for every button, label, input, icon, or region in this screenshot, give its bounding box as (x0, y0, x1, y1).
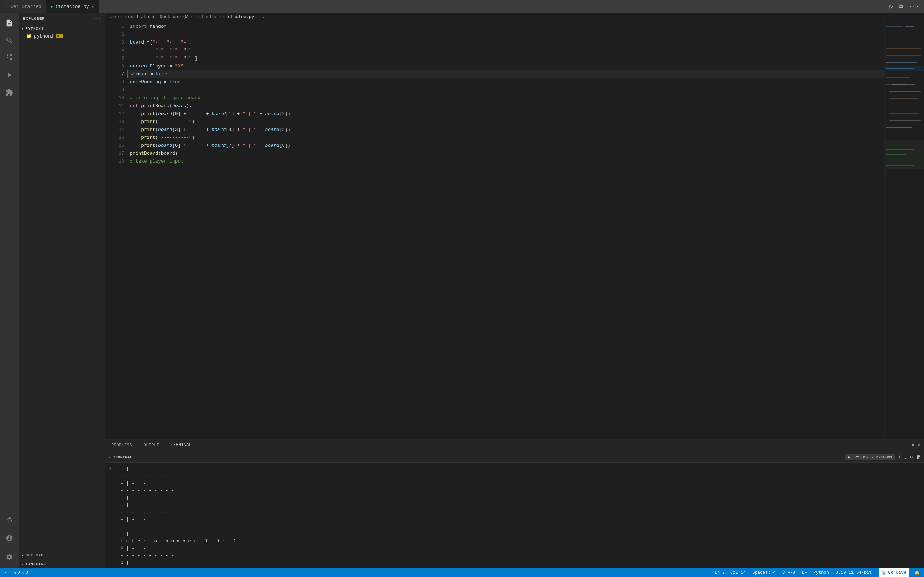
gutter-13: 13 (108, 118, 124, 126)
terminal-content[interactable]: - | - | - - - - - - - - - - - - | - | - … (116, 463, 924, 568)
files-icon (5, 19, 13, 27)
chevron-down-icon: ▾ (22, 27, 24, 31)
tab-close-tictactoe[interactable]: ✕ (91, 3, 94, 10)
run-button[interactable]: ▷ (888, 2, 895, 11)
breadcrumb-qa[interactable]: QA (183, 15, 188, 19)
sidebar-more-button[interactable]: ··· (93, 16, 101, 21)
panel-sidebar-icon: ⊞ (105, 463, 116, 568)
status-notifications[interactable]: 🔔 (913, 570, 921, 575)
go-live-icon: 📡 (881, 570, 887, 575)
terminal-dropdown-button[interactable]: ⌄ (904, 454, 907, 460)
sidebar-section-header-python1[interactable]: ▾ PYTHON1 (19, 25, 105, 32)
sidebar-item-label-python1: python1 (34, 34, 54, 39)
tab-output[interactable]: OUTPUT (138, 439, 165, 452)
terminal-name-badge: ▶ PYTHON - PYTHON1 (845, 454, 895, 460)
code-line-17: printBoard(board) (127, 150, 884, 158)
status-right: Ln 7, Col 14 Spaces: 4 UTF-8 LF Python 3… (713, 568, 921, 577)
editor-content[interactable]: import random board =["-", "-", "-", "-"… (127, 21, 884, 438)
activity-source-control[interactable] (1, 49, 18, 66)
editor-gutter: 1 2 3 4 5 6 7 8 9 10 11 12 13 14 15 16 1… (105, 21, 127, 438)
breadcrumb-csillatoth[interactable]: csillatoth (128, 15, 154, 19)
more-actions-button[interactable]: ··· (907, 2, 921, 11)
status-language[interactable]: Python (812, 570, 830, 575)
go-live-button[interactable]: 📡 Go Live (879, 568, 909, 577)
tab-label-output: OUTPUT (144, 443, 159, 448)
gutter-9: 9 (108, 86, 124, 94)
status-remote[interactable]: ⚡ (3, 570, 8, 575)
status-version[interactable]: 3.10.11 64-bit (834, 570, 874, 575)
terminal-add-button[interactable]: + (898, 455, 901, 460)
gutter-10: 10 (108, 94, 124, 102)
terminal-line-13: - - - - - - - - - - (121, 552, 920, 559)
content-area: Users › csillatoth › Desktop › QA › tict… (105, 13, 924, 568)
gutter-6: 6 (108, 62, 124, 70)
panel-maximize-button[interactable]: ∧ (911, 442, 914, 448)
code-line-10: # printing the game board (127, 94, 884, 102)
split-editor-button[interactable]: ⧉ (897, 2, 904, 11)
sidebar-section-header-outline[interactable]: ▸ OUTLINE (19, 552, 105, 559)
activity-settings[interactable] (1, 548, 18, 566)
tab-problems[interactable]: PROBLEMS (105, 439, 138, 452)
folder-icon: 📁 (26, 33, 32, 39)
status-line-ending[interactable]: LF (800, 570, 808, 575)
main-layout: ⚗ Explorer ··· ▾ PYTHON1 📁 (0, 13, 924, 568)
terminal-header-label: TERMINAL (113, 455, 132, 459)
search-icon (5, 36, 13, 44)
terminal-line-14: 0 | - | - (121, 559, 920, 567)
tab-tictactoe[interactable]: ● tictactoe.py ✕ (46, 0, 99, 13)
gutter-11: 11 (108, 102, 124, 110)
position-text: Ln 7, Col 14 (715, 570, 746, 575)
activity-run[interactable] (1, 66, 18, 84)
terminal-line-8: - | - | - (121, 516, 920, 523)
language-text: Python (814, 570, 829, 575)
terminal-line-7: - - - - - - - - - - (121, 509, 920, 516)
status-position[interactable]: Ln 7, Col 14 (713, 570, 747, 575)
bell-icon: 🔔 (914, 570, 920, 575)
cd-badge: cd (56, 34, 63, 38)
breadcrumb-tictactoe-folder[interactable]: tictactoe (194, 15, 218, 19)
activity-search[interactable] (1, 32, 18, 49)
vscode-icon: ⬡ (4, 3, 8, 10)
gutter-15: 15 (108, 134, 124, 142)
activity-extensions[interactable] (1, 84, 18, 101)
warning-count: 0 (26, 570, 28, 575)
panel: PROBLEMS OUTPUT TERMINAL ∧ ✕ ▸ TERMINAL (105, 438, 924, 568)
line-ending-text: LF (802, 570, 807, 575)
code-line-18: # take player input (127, 158, 884, 166)
status-encoding[interactable]: UTF-8 (781, 570, 796, 575)
code-line-1: import random (127, 23, 884, 31)
activity-explorer[interactable] (1, 15, 18, 32)
breadcrumb-ellipsis[interactable]: ... (260, 15, 267, 19)
terminal-line-5: - | - | - (121, 495, 920, 501)
panel-close-button[interactable]: ✕ (918, 442, 921, 448)
status-spaces[interactable]: Spaces: 4 (751, 570, 777, 575)
code-line-16: print(board[6] + " | " + board[7] + " | … (127, 142, 884, 150)
sidebar-section-label-python1: PYTHON1 (26, 27, 44, 31)
tab-label-problems: PROBLEMS (111, 443, 132, 448)
terminal-expand-icon[interactable]: ▸ (108, 455, 111, 460)
sidebar-section-header-timeline[interactable]: ▸ TIMELINE (19, 561, 105, 567)
chevron-right-icon-outline: ▸ (22, 553, 24, 558)
tab-label-terminal: TERMINAL (171, 443, 192, 448)
breadcrumb: Users › csillatoth › Desktop › QA › tict… (105, 13, 924, 21)
code-line-14: print(board[3] + " | " + board[4] + " | … (127, 126, 884, 134)
title-bar: ⬡ Get Started ● tictactoe.py ✕ ▷ ⧉ ··· (0, 0, 924, 13)
activity-remote[interactable]: ⚗ (1, 511, 18, 528)
code-line-9 (127, 86, 884, 94)
activity-account[interactable] (1, 529, 18, 547)
terminal-delete-button[interactable]: 🗑 (916, 455, 921, 460)
sidebar-item-python1[interactable]: 📁 python1 cd (19, 32, 105, 40)
code-line-2 (127, 31, 884, 39)
title-bar-actions: ▷ ⧉ ··· (885, 2, 924, 11)
breadcrumb-users[interactable]: Users (110, 15, 123, 19)
tab-terminal[interactable]: TERMINAL (165, 439, 197, 452)
gutter-16: 16 (108, 142, 124, 150)
breadcrumb-desktop[interactable]: Desktop (160, 15, 178, 19)
panel-content: ⊞ - | - | - - - - - - - - - - - - | - | … (105, 463, 924, 568)
encoding-text: UTF-8 (782, 570, 795, 575)
tab-get-started[interactable]: ⬡ Get Started (0, 0, 46, 13)
code-line-11: def printBoard(board): (127, 102, 884, 110)
terminal-split-button[interactable]: ⊟ (910, 454, 913, 460)
status-errors[interactable]: ✕ 0 ⚠ 0 (12, 570, 30, 575)
tab-label-get-started: Get Started (10, 4, 42, 10)
